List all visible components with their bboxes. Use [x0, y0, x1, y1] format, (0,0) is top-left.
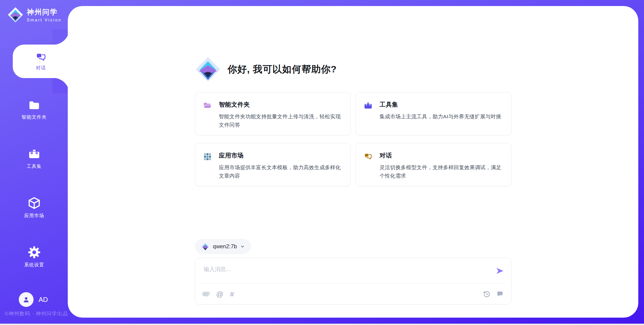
chevron-down-icon: [240, 244, 245, 249]
brand-name: 神州问学: [27, 7, 62, 17]
hash-icon[interactable]: #: [230, 290, 234, 298]
model-name: qwen2:7b: [213, 243, 237, 250]
user-name: AD: [39, 296, 48, 304]
greeting-title: 你好, 我可以如何帮助你?: [228, 63, 337, 76]
sidebar-item-toolset[interactable]: 工具集: [0, 148, 68, 170]
card-description: 灵活切换多模型文件，支持多样回复效果调试，满足个性化需求: [380, 163, 502, 180]
cube-icon: [28, 196, 41, 210]
card-title: 工具集: [380, 101, 502, 109]
card-toolset[interactable]: 工具集 集成市场上主流工具，助力AI与外界无缝扩展与对接: [356, 92, 512, 135]
chat-history-icon[interactable]: [496, 290, 504, 298]
toolbox-icon: [364, 101, 373, 112]
card-description: 智能文件夹功能支持批量文件上传与清洗，轻松实现文件问答: [219, 112, 341, 129]
greeting: 你好, 我可以如何帮助你?: [195, 56, 337, 82]
app-grid-icon: [203, 152, 212, 162]
assistant-diamond-icon: [195, 56, 221, 82]
avatar: [19, 292, 34, 307]
user-chip[interactable]: AD: [19, 292, 48, 307]
message-composer: @ #: [195, 258, 512, 305]
sidebar-item-label: 智能文件夹: [22, 114, 47, 120]
bottom-strip: [0, 324, 644, 325]
model-diamond-icon: [201, 242, 210, 251]
message-input[interactable]: [195, 258, 511, 283]
send-icon[interactable]: [495, 266, 504, 275]
toolbox-icon: [28, 148, 41, 160]
chat-bubbles-icon: [35, 52, 47, 63]
history-icon[interactable]: [483, 290, 490, 298]
folder-icon: [28, 99, 41, 111]
at-icon[interactable]: @: [216, 290, 223, 298]
sidebar-item-app-market[interactable]: 应用市场: [0, 196, 68, 219]
card-smart-folder[interactable]: 智能文件夹 智能文件夹功能支持批量文件上传与清洗，轻松实现文件问答: [195, 92, 351, 135]
attachment-tools: @ #: [203, 290, 234, 298]
card-description: 应用市场提供丰富长文本模板，助力高效生成多样化文章内容: [219, 163, 341, 180]
main-panel: 你好, 我可以如何帮助你? 智能文件夹 智能文件夹功能支持批量文件上传与清洗，轻…: [68, 6, 638, 318]
card-chat[interactable]: 对话 灵活切换多模型文件，支持多样回复效果调试，满足个性化需求: [356, 143, 512, 186]
brand-logo: 神州问学 Smart Vision: [7, 7, 62, 23]
brand-subtitle: Smart Vision: [27, 18, 62, 22]
feature-cards: 智能文件夹 智能文件夹功能支持批量文件上传与清洗，轻松实现文件问答 工具集 集成…: [195, 92, 512, 186]
history-tools: [483, 290, 504, 298]
sidebar-item-chat[interactable]: 对话: [13, 45, 69, 78]
folder-open-icon: [203, 101, 212, 112]
sidebar-item-smart-folder[interactable]: 智能文件夹: [0, 99, 68, 120]
brand-diamond-icon: [7, 7, 23, 23]
composer-toolbar: @ #: [195, 284, 511, 304]
chat-bubbles-icon: [364, 152, 373, 162]
sidebar-item-settings[interactable]: 系统设置: [0, 246, 68, 268]
sidebar-item-label: 应用市场: [24, 213, 44, 219]
paperclip-icon[interactable]: [203, 290, 210, 298]
sidebar-item-label: 工具集: [27, 164, 42, 170]
sidebar-item-label: 对话: [36, 65, 46, 71]
copyright-text: ©神州数码 · 神州问学出品: [5, 311, 68, 317]
gear-icon: [28, 246, 41, 259]
card-description: 集成市场上主流工具，助力AI与外界无缝扩展与对接: [380, 112, 502, 121]
content-column: 你好, 我可以如何帮助你? 智能文件夹 智能文件夹功能支持批量文件上传与清洗，轻…: [195, 6, 512, 318]
sidebar-item-label: 系统设置: [24, 262, 44, 268]
card-title: 智能文件夹: [219, 101, 341, 109]
card-title: 对话: [380, 151, 502, 159]
card-title: 应用市场: [219, 151, 341, 159]
model-selector[interactable]: qwen2:7b: [195, 239, 251, 254]
card-app-market[interactable]: 应用市场 应用市场提供丰富长文本模板，助力高效生成多样化文章内容: [195, 143, 351, 186]
